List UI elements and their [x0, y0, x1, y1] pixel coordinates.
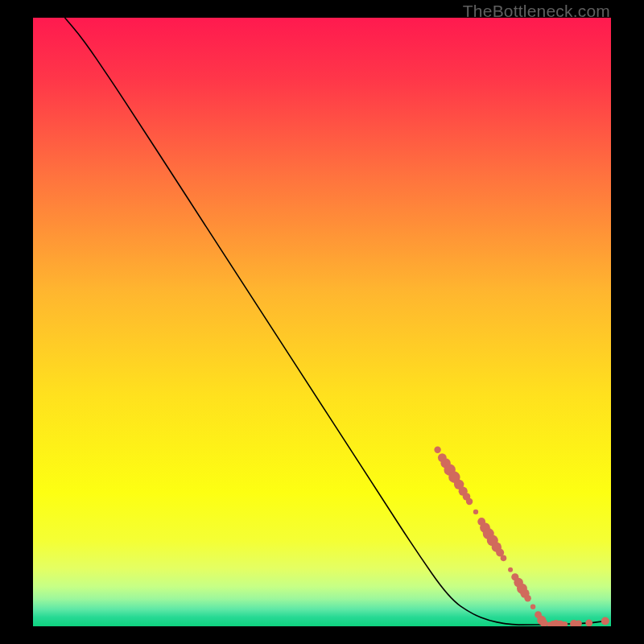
data-marker — [530, 605, 535, 609]
data-marker — [524, 595, 530, 601]
chart-stage: TheBottleneck.com — [0, 0, 644, 644]
data-marker — [508, 568, 513, 572]
data-marker — [434, 447, 440, 453]
data-marker — [501, 555, 507, 562]
data-marker — [466, 498, 473, 505]
chart-svg — [33, 18, 611, 626]
chart-plot-area — [33, 18, 611, 626]
data-marker — [473, 510, 478, 514]
data-marker — [601, 617, 609, 625]
chart-background — [33, 18, 611, 626]
data-marker — [585, 619, 592, 626]
